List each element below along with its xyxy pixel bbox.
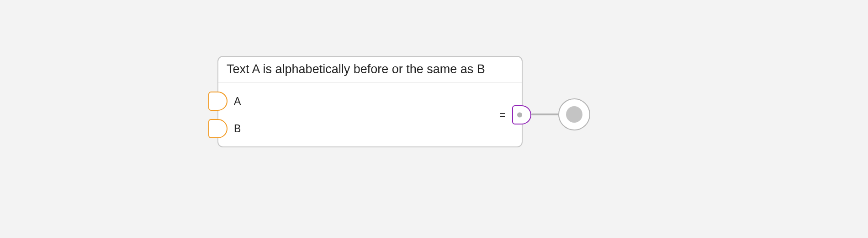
node-body: A B = (218, 82, 522, 146)
diagram-canvas[interactable]: Text A is alphabetically before or the s… (0, 0, 868, 238)
output-terminal[interactable] (558, 98, 590, 130)
port-socket-icon (208, 92, 228, 111)
port-label: = (500, 109, 506, 121)
port-label: B (234, 123, 241, 135)
input-port-b[interactable]: B (208, 119, 241, 138)
port-socket-icon (208, 119, 228, 138)
node-title: Text A is alphabetically before or the s… (218, 57, 522, 82)
comparison-node[interactable]: Text A is alphabetically before or the s… (217, 56, 523, 147)
output-port[interactable]: = (500, 105, 531, 124)
port-label: A (234, 95, 241, 108)
input-port-a[interactable]: A (208, 92, 241, 111)
connection-wire (531, 114, 560, 115)
port-socket-icon (512, 105, 531, 124)
